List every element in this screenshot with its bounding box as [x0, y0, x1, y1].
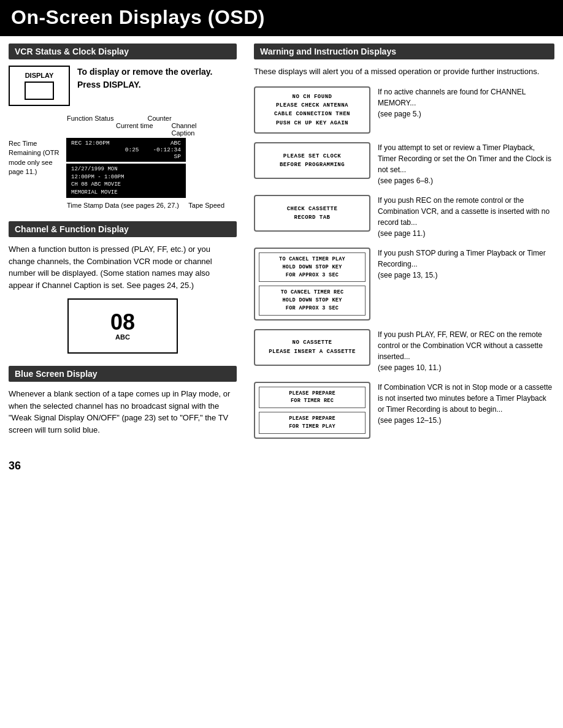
- warning-desc-6: If Combination VCR is not in Stop mode o…: [378, 382, 554, 426]
- page-number: 36: [0, 453, 563, 479]
- warning-item-1: NO CH FOUND PLEASE CHECK ANTENNA CABLE C…: [254, 86, 554, 134]
- display-icon-box: DISPLAY: [9, 66, 70, 106]
- counter-label: Counter: [147, 115, 171, 122]
- warning-screen-text-2: PLEASE SET CLOCK BEFORE PROGRAMMING: [280, 152, 345, 170]
- date-line1: 12/27/1999 MON: [71, 165, 181, 173]
- page-title: On-Screen Displays (OSD): [11, 6, 552, 29]
- screen-abc: ABC: [170, 140, 181, 146]
- warning-see-page-4: (see page 13, 15.): [378, 271, 437, 279]
- warning-see-page-5: (see pages 10, 11.): [378, 363, 441, 372]
- vcr-date-screen: 12/27/1999 MON 12:00PM - 1:00PM CH 08 AB…: [66, 164, 186, 198]
- warning-screen-text-1: NO CH FOUND PLEASE CHECK ANTENNA CABLE C…: [274, 93, 350, 128]
- time-stamp-label: Time Stamp Data (see pages 26, 27.): [67, 202, 179, 209]
- warning-intro: These displays will alert you of a misse…: [254, 66, 554, 78]
- warning-screen-6: PLEASE PREPARE FOR TIMER REC PLEASE PREP…: [254, 382, 370, 439]
- warning-item-3: CHECK CASSETTE RECORD TAB If you push RE…: [254, 195, 554, 239]
- warning-desc-2: If you attempt to set or review a Timer …: [378, 142, 554, 186]
- warning-screen-5: NO CASSETTE PLEASE INSERT A CASSETTE: [254, 329, 370, 366]
- warning-inner-box-4b: TO CANCEL TIMER REC HOLD DOWN STOP KEY F…: [259, 286, 366, 315]
- warning-desc-5: If you push PLAY, FF, REW, or REC on the…: [378, 329, 554, 373]
- vcr-diagram: Function Status Counter Current time Cha…: [9, 115, 237, 209]
- display-instruction-text: To display or remove the overlay. Press …: [77, 66, 212, 91]
- warning-screen-2: PLEASE SET CLOCK BEFORE PROGRAMMING: [254, 142, 370, 179]
- warning-see-page-3: (see page 11.): [378, 229, 425, 238]
- tape-speed-label: Tape Speed: [188, 202, 224, 209]
- warning-screen-4: TO CANCEL TIMER PLAY HOLD DOWN STOP KEY …: [254, 248, 370, 320]
- warning-header: Warning and Instruction Displays: [254, 44, 554, 59]
- screen-row2-right: -0:12:34: [153, 146, 181, 153]
- warning-desc-4: If you push STOP during a Timer Playback…: [378, 248, 554, 281]
- screen-row2-left: 0:25: [125, 146, 139, 153]
- date-line3: CH 08 ABC MOVIE: [71, 181, 181, 189]
- right-column: Warning and Instruction Displays These d…: [248, 44, 554, 447]
- screen-row2: 0:25 -0:12:34: [125, 146, 181, 153]
- diagram-bottom-labels: Time Stamp Data (see pages 26, 27.) Tape…: [67, 202, 237, 209]
- display-instruction-row: DISPLAY To display or remove the overlay…: [9, 66, 237, 106]
- warning-screen-text-5: NO CASSETTE PLEASE INSERT A CASSETTE: [269, 338, 356, 356]
- warning-desc-text-4: If you push STOP during a Timer Playback…: [378, 249, 546, 268]
- screen-row1-left: REC 12:00PM: [71, 140, 110, 160]
- warning-item-6: PLEASE PREPARE FOR TIMER REC PLEASE PREP…: [254, 382, 554, 439]
- warning-inner-box-4a: TO CANCEL TIMER PLAY HOLD DOWN STOP KEY …: [259, 252, 366, 282]
- warning-desc-text-6: If Combination VCR is not in Stop mode o…: [378, 383, 552, 414]
- channel-caption-label: ChannelCaption: [172, 122, 197, 137]
- instruction-press: Press DISPLAY.: [77, 78, 212, 91]
- channel-name: ABC: [115, 333, 130, 341]
- warning-see-page-2: (see pages 6–8.): [378, 176, 433, 185]
- blue-screen-header: Blue Screen Display: [9, 366, 237, 382]
- vcr-status-section: VCR Status & Clock Display DISPLAY To di…: [9, 44, 237, 209]
- channel-number: 08: [110, 311, 135, 333]
- function-status-label: Function Status: [67, 115, 113, 122]
- warning-see-page-1: (see page 5.): [378, 110, 421, 118]
- channel-section: Channel & Function Display When a functi…: [9, 221, 237, 354]
- channel-header: Channel & Function Display: [9, 221, 237, 237]
- vcr-top-screen: REC 12:00PM ABC 0:25 -0:12:34 SP: [66, 138, 186, 162]
- vcr-screens: REC 12:00PM ABC 0:25 -0:12:34 SP: [66, 138, 186, 198]
- display-label: DISPLAY: [18, 72, 60, 79]
- date-line2: 12:00PM - 1:00PM: [71, 173, 181, 181]
- warning-screen-1: NO CH FOUND PLEASE CHECK ANTENNA CABLE C…: [254, 86, 370, 134]
- warning-desc-text-5: If you push PLAY, FF, REW, or REC on the…: [378, 330, 543, 361]
- page-header: On-Screen Displays (OSD): [0, 0, 563, 36]
- warning-item-4: TO CANCEL TIMER PLAY HOLD DOWN STOP KEY …: [254, 248, 554, 320]
- display-tv-icon: [25, 82, 54, 100]
- warning-item-5: NO CASSETTE PLEASE INSERT A CASSETTE If …: [254, 329, 554, 373]
- rec-time-label: Rec Time Remaining (OTR mode only see pa…: [9, 139, 63, 177]
- channel-description: When a function button is pressed (PLAY,…: [9, 243, 237, 291]
- blue-screen-section: Blue Screen Display Whenever a blank sec…: [9, 366, 237, 436]
- left-column: VCR Status & Clock Display DISPLAY To di…: [9, 44, 248, 447]
- warning-inner-box-6b: PLEASE PREPARE FOR TIMER PLAY: [259, 412, 366, 434]
- warning-section: Warning and Instruction Displays These d…: [254, 44, 554, 439]
- instruction-bold: To display or remove the overlay.: [77, 66, 212, 78]
- warning-item-2: PLEASE SET CLOCK BEFORE PROGRAMMING If y…: [254, 142, 554, 186]
- warning-see-page-6: (see pages 12–15.): [378, 416, 441, 425]
- current-time-label: Current time: [116, 122, 153, 137]
- vcr-info-row: Rec Time Remaining (OTR mode only see pa…: [9, 138, 237, 198]
- blue-screen-description: Whenever a blank section of a tape comes…: [9, 388, 237, 436]
- warning-screen-3: CHECK CASSETTE RECORD TAB: [254, 195, 370, 232]
- warning-desc-3: If you push REC on the remote control or…: [378, 195, 554, 239]
- screen-row2-sp: SP: [174, 153, 181, 160]
- warning-desc-text-1: If no active channels are found for CHAN…: [378, 88, 526, 107]
- diagram-sub-labels: Current time ChannelCaption: [116, 122, 237, 137]
- diagram-top-labels: Function Status Counter: [67, 115, 237, 122]
- warning-desc-1: If no active channels are found for CHAN…: [378, 86, 554, 119]
- date-line4: MEMORIAL MOVIE: [71, 189, 181, 197]
- warning-inner-box-6a: PLEASE PREPARE FOR TIMER REC: [259, 387, 366, 409]
- screen-row1-right: ABC 0:25 -0:12:34 SP: [125, 140, 181, 160]
- vcr-status-header: VCR Status & Clock Display: [9, 44, 237, 59]
- warning-screen-text-3: CHECK CASSETTE RECORD TAB: [287, 205, 338, 222]
- warning-desc-text-3: If you push REC on the remote control or…: [378, 196, 550, 227]
- warning-desc-text-2: If you attempt to set or review a Timer …: [378, 143, 551, 174]
- channel-display-box: 08 ABC: [67, 298, 178, 354]
